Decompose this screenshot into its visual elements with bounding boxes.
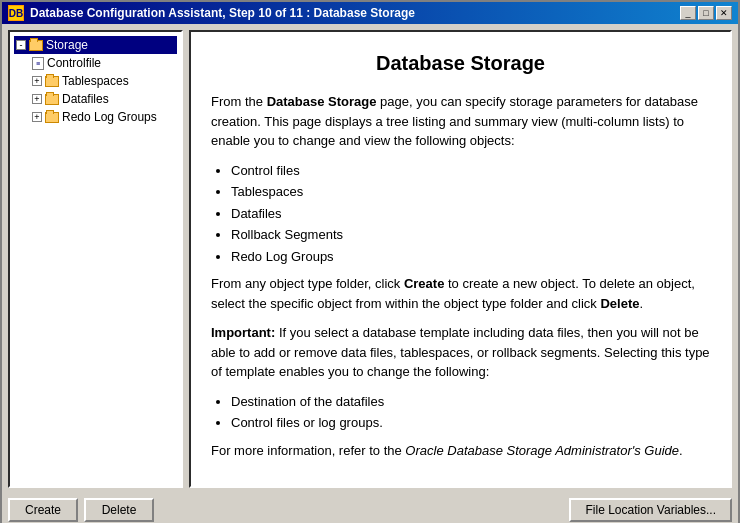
file-icon-controlfile: ≡ (32, 57, 44, 70)
tree-label-datafiles: Datafiles (62, 92, 109, 106)
list1-item-4: Redo Log Groups (231, 247, 710, 267)
tree-item-datafiles[interactable]: + Datafiles (30, 90, 177, 108)
close-button[interactable]: ✕ (716, 6, 732, 20)
folder-icon-redolog (45, 112, 59, 123)
list1-item-3: Rollback Segments (231, 225, 710, 245)
list2-item-0: Destination of the datafiles (231, 392, 710, 412)
tree-child-redolog: + Redo Log Groups (30, 108, 177, 126)
delete-button[interactable]: Delete (84, 498, 154, 522)
expander-redolog[interactable]: + (32, 112, 42, 122)
info-list2: Destination of the datafiles Control fil… (231, 392, 710, 433)
info-para2: From any object type folder, click Creat… (211, 274, 710, 313)
list2-item-1: Control files or log groups. (231, 413, 710, 433)
expander-datafiles[interactable]: + (32, 94, 42, 104)
list1-item-2: Datafiles (231, 204, 710, 224)
minimize-button[interactable]: _ (680, 6, 696, 20)
tree-label-storage: Storage (46, 38, 88, 52)
titlebar: DB Database Configuration Assistant, Ste… (2, 2, 738, 24)
tree-panel: - Storage ≡ Controlfile + Table (8, 30, 183, 488)
main-window: DB Database Configuration Assistant, Ste… (0, 0, 740, 523)
tree-child-datafiles: + Datafiles (30, 90, 177, 108)
info-bold-delete: Delete (600, 296, 639, 311)
action-buttons-row: Create Delete File Location Variables... (8, 494, 732, 523)
content-area: - Storage ≡ Controlfile + Table (8, 30, 732, 488)
tree-child-tablespaces: + Tablespaces (30, 72, 177, 90)
tree-item-storage[interactable]: - Storage (14, 36, 177, 54)
info-para3: Important: If you select a database temp… (211, 323, 710, 382)
info-list1: Control files Tablespaces Datafiles Roll… (231, 161, 710, 267)
tree-label-redolog: Redo Log Groups (62, 110, 157, 124)
expander-tablespaces[interactable]: + (32, 76, 42, 86)
folder-icon-tablespaces (45, 76, 59, 87)
info-bold-create: Create (404, 276, 444, 291)
file-location-button[interactable]: File Location Variables... (569, 498, 732, 522)
tree-item-controlfile[interactable]: ≡ Controlfile (30, 54, 177, 72)
info-italic-guide: Oracle Database Storage Administrator's … (405, 443, 679, 458)
window-title: Database Configuration Assistant, Step 1… (30, 6, 415, 20)
info-para4: For more information, refer to the Oracl… (211, 441, 710, 461)
list1-item-1: Tablespaces (231, 182, 710, 202)
tree-item-redolog[interactable]: + Redo Log Groups (30, 108, 177, 126)
info-panel: Database Storage From the Database Stora… (189, 30, 732, 488)
titlebar-left: DB Database Configuration Assistant, Ste… (8, 5, 415, 21)
tree-label-tablespaces: Tablespaces (62, 74, 129, 88)
tree-label-controlfile: Controlfile (47, 56, 101, 70)
info-bold-storage: Database Storage (267, 94, 377, 109)
info-bold-important: Important: (211, 325, 275, 340)
folder-icon-storage (29, 40, 43, 51)
main-content: - Storage ≡ Controlfile + Table (2, 24, 738, 523)
expander-storage[interactable]: - (16, 40, 26, 50)
file-location-wrapper: File Location Variables... (569, 498, 732, 522)
info-title: Database Storage (211, 48, 710, 78)
maximize-button[interactable]: □ (698, 6, 714, 20)
titlebar-buttons: _ □ ✕ (680, 6, 732, 20)
bottom-left-buttons: Create Delete (8, 498, 154, 522)
folder-icon-datafiles (45, 94, 59, 105)
app-icon: DB (8, 5, 24, 21)
tree-item-tablespaces[interactable]: + Tablespaces (30, 72, 177, 90)
tree-child-controlfile: ≡ Controlfile (30, 54, 177, 72)
list1-item-0: Control files (231, 161, 710, 181)
info-para1: From the Database Storage page, you can … (211, 92, 710, 151)
create-button[interactable]: Create (8, 498, 78, 522)
